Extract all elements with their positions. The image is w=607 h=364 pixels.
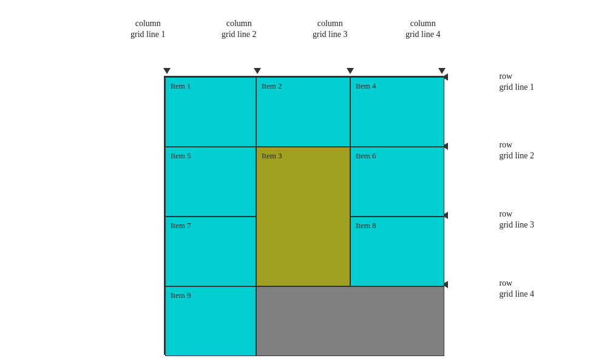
grid-item-9: Item 9 [165, 286, 256, 356]
css-grid: Item 1 Item 2 Item 4 Item 5 Item 3 Item … [164, 76, 443, 355]
grid-item-3: Item 3 [256, 147, 350, 286]
grid-item-4: Item 4 [350, 77, 444, 147]
grid-item-1: Item 1 [165, 77, 256, 147]
row-label-3: row grid line 3 [499, 209, 534, 231]
row-label-2: row grid line 2 [499, 140, 534, 161]
row-label-4: row grid line 4 [499, 278, 534, 300]
grid-item-7: Item 7 [165, 217, 256, 286]
col-label-2: column grid line 2 [222, 18, 257, 40]
grid-item-2: Item 2 [256, 77, 350, 147]
diagram-container: column grid line 1 column grid line 2 co… [36, 12, 534, 352]
col-label-1: column grid line 1 [131, 18, 166, 40]
grid-item-5: Item 5 [165, 147, 256, 217]
arrow-col3 [347, 68, 354, 74]
grid-gray-area [256, 286, 444, 356]
grid-item-6: Item 6 [350, 147, 444, 217]
arrow-col2 [254, 68, 261, 74]
grid-item-8: Item 8 [350, 217, 444, 286]
col-label-4: column grid line 4 [405, 18, 441, 40]
col-label-3: column grid line 3 [313, 18, 348, 40]
row-label-1: row grid line 1 [499, 71, 534, 93]
arrow-col1 [163, 68, 171, 74]
